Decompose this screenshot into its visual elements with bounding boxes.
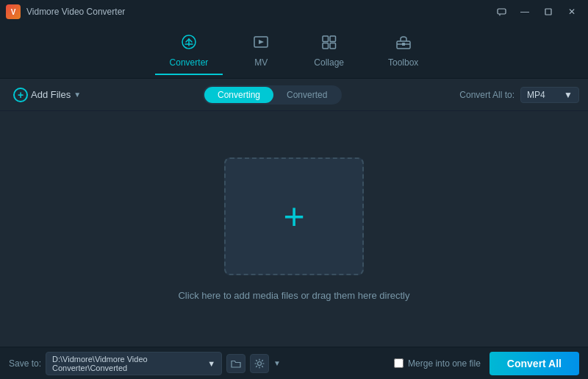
convert-all-to-label: Convert All to: (459, 90, 514, 100)
merge-checkbox-input[interactable] (394, 358, 404, 368)
svg-rect-7 (330, 43, 336, 49)
titlebar: V Vidmore Video Converter — ✕ (0, 0, 588, 24)
toolbar-right: Convert All to: MP4 ▼ (459, 87, 579, 103)
merge-checkbox-label[interactable]: Merge into one file (394, 358, 481, 369)
app-icon: V (6, 4, 21, 19)
mv-icon (252, 34, 270, 54)
footer-left: Save to: D:\Vidmore\Vidmore Video Conver… (9, 352, 281, 375)
save-path-field[interactable]: D:\Vidmore\Vidmore Video Converter\Conve… (46, 352, 222, 375)
converted-tab-button[interactable]: Converted (273, 87, 340, 103)
add-circle-icon: + (13, 88, 28, 102)
mv-tab-label: MV (254, 57, 268, 68)
svg-rect-0 (498, 9, 506, 14)
collage-icon (320, 34, 338, 54)
toolbar: + Add Files ▼ Converting Converted Conve… (0, 79, 588, 111)
save-path-value: D:\Vidmore\Vidmore Video Converter\Conve… (52, 355, 207, 372)
converting-converted-toggle: Converting Converted (203, 85, 342, 105)
close-button[interactable]: ✕ (562, 4, 582, 19)
svg-rect-4 (323, 36, 329, 42)
main-content: + Click here to add media files or drag … (0, 111, 588, 347)
merge-label-text: Merge into one file (408, 358, 481, 369)
minimize-button[interactable]: — (514, 4, 535, 19)
toolbox-icon (395, 34, 412, 54)
browse-folder-button[interactable] (226, 354, 245, 373)
svg-rect-1 (545, 9, 551, 15)
chat-button[interactable] (491, 4, 512, 19)
toolbar-left: + Add Files ▼ (9, 85, 85, 105)
footer: Save to: D:\Vidmore\Vidmore Video Conver… (0, 347, 588, 379)
drop-hint-text: Click here to add media files or drag th… (178, 290, 409, 301)
svg-point-11 (258, 361, 262, 365)
tab-converter[interactable]: Converter (155, 28, 223, 75)
converting-tab-button[interactable]: Converting (204, 87, 273, 103)
titlebar-title: Vidmore Video Converter (26, 7, 125, 17)
maximize-button[interactable] (538, 4, 559, 19)
format-dropdown-arrow: ▼ (564, 90, 573, 100)
drop-zone-plus-icon: + (283, 198, 304, 235)
titlebar-left: V Vidmore Video Converter (6, 4, 125, 19)
nav-tabs: Converter MV Collage (0, 24, 588, 79)
tab-collage[interactable]: Collage (299, 28, 359, 75)
convert-all-button[interactable]: Convert All (490, 352, 579, 375)
format-value: MP4 (527, 90, 545, 100)
add-files-button[interactable]: + Add Files ▼ (9, 85, 85, 105)
tab-toolbox[interactable]: Toolbox (373, 28, 433, 75)
settings-dropdown-arrow: ▼ (273, 359, 281, 367)
titlebar-controls: — ✕ (491, 4, 582, 19)
converter-icon (180, 34, 198, 54)
tab-mv[interactable]: MV (237, 28, 284, 75)
save-path-dropdown-arrow: ▼ (207, 359, 215, 368)
format-select[interactable]: MP4 ▼ (520, 87, 579, 103)
add-files-label: Add Files (31, 89, 71, 100)
settings-button[interactable] (250, 354, 269, 373)
collage-tab-label: Collage (314, 57, 344, 68)
svg-rect-5 (330, 36, 336, 42)
svg-rect-10 (402, 43, 405, 46)
footer-right: Merge into one file Convert All (394, 352, 579, 375)
drop-zone[interactable]: + (224, 157, 364, 275)
add-files-dropdown-arrow: ▼ (74, 91, 81, 99)
toolbox-tab-label: Toolbox (388, 57, 418, 68)
converter-tab-label: Converter (170, 57, 209, 68)
save-to-label: Save to: (9, 358, 41, 369)
svg-rect-6 (323, 43, 329, 49)
